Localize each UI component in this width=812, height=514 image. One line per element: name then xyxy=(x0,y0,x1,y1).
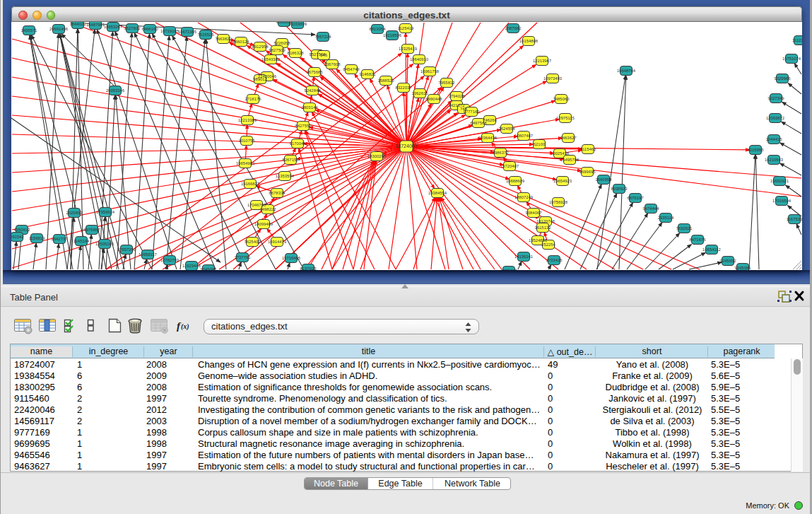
svg-text:8678334: 8678334 xyxy=(269,191,286,195)
svg-text:14099489: 14099489 xyxy=(254,222,273,226)
svg-text:10025438: 10025438 xyxy=(551,151,570,156)
svg-text:989012: 989012 xyxy=(253,77,267,81)
svg-text:9329966: 9329966 xyxy=(775,76,792,81)
svg-text:15495798: 15495798 xyxy=(560,158,579,162)
svg-text:2935114: 2935114 xyxy=(658,216,674,220)
svg-text:4350612: 4350612 xyxy=(14,228,30,232)
svg-text:1737791: 1737791 xyxy=(235,255,251,259)
svg-text:8660124: 8660124 xyxy=(233,40,250,44)
svg-text:19384554: 19384554 xyxy=(428,191,447,195)
svg-text:9699695: 9699695 xyxy=(579,170,596,174)
svg-text:11923448: 11923448 xyxy=(182,264,201,268)
svg-text:1405571: 1405571 xyxy=(21,28,37,33)
svg-text:7663822: 7663822 xyxy=(216,37,232,41)
svg-text:1362615: 1362615 xyxy=(412,91,429,95)
svg-text:16033809: 16033809 xyxy=(288,22,307,26)
svg-text:9827509: 9827509 xyxy=(269,48,286,52)
svg-text:7515526: 7515526 xyxy=(198,33,215,37)
svg-text:6466160: 6466160 xyxy=(142,27,159,31)
svg-text:1615132: 1615132 xyxy=(535,226,551,230)
svg-text:18640910: 18640910 xyxy=(410,57,429,62)
svg-text:7955812: 7955812 xyxy=(439,81,455,85)
svg-text:9777169: 9777169 xyxy=(464,110,480,114)
svg-text:2020653: 2020653 xyxy=(66,211,83,215)
svg-text:10973493: 10973493 xyxy=(543,76,563,81)
svg-text:14136141: 14136141 xyxy=(514,255,533,259)
svg-text:8322037: 8322037 xyxy=(396,86,412,90)
svg-text:9245652: 9245652 xyxy=(720,259,736,263)
svg-text:16914479: 16914479 xyxy=(268,240,286,244)
svg-text:6853467: 6853467 xyxy=(501,269,517,270)
svg-text:7857224: 7857224 xyxy=(315,35,332,39)
svg-text:16961758: 16961758 xyxy=(420,69,440,74)
svg-text:2803144: 2803144 xyxy=(302,105,319,110)
svg-text:15720407: 15720407 xyxy=(500,164,519,168)
svg-text:9242848: 9242848 xyxy=(305,88,322,93)
svg-text:17359924: 17359924 xyxy=(96,210,115,214)
svg-text:7485063: 7485063 xyxy=(553,97,570,101)
svg-text:18807249: 18807249 xyxy=(514,195,533,199)
svg-text:19654983: 19654983 xyxy=(236,161,255,165)
svg-text:16782759: 16782759 xyxy=(160,258,179,262)
svg-text:15716485: 15716485 xyxy=(282,256,301,260)
svg-text:8454749: 8454749 xyxy=(343,67,360,71)
svg-text:9227349: 9227349 xyxy=(768,96,784,100)
svg-text:9146821: 9146821 xyxy=(360,72,376,76)
svg-text:8813054: 8813054 xyxy=(370,27,387,31)
svg-text:20691406: 20691406 xyxy=(49,27,69,31)
svg-text:10688609: 10688609 xyxy=(506,179,524,183)
svg-text:10653267: 10653267 xyxy=(104,25,122,29)
svg-text:1527602: 1527602 xyxy=(124,26,141,30)
svg-text:252254: 252254 xyxy=(541,243,555,247)
svg-text:2087682: 2087682 xyxy=(505,26,522,30)
svg-text:12213389: 12213389 xyxy=(238,118,257,122)
svg-text:20053346: 20053346 xyxy=(106,88,125,93)
svg-text:1125419: 1125419 xyxy=(398,26,414,30)
svg-text:(x): (x) xyxy=(181,322,189,331)
svg-text:8215955: 8215955 xyxy=(748,148,765,152)
svg-text:18300295: 18300295 xyxy=(367,154,387,158)
svg-text:1156819: 1156819 xyxy=(29,236,45,240)
svg-text:17016504: 17016504 xyxy=(772,199,792,203)
svg-text:12505185: 12505185 xyxy=(95,242,114,246)
svg-text:1588520: 1588520 xyxy=(378,78,395,83)
svg-text:9463627: 9463627 xyxy=(560,136,577,140)
svg-text:8938923: 8938923 xyxy=(611,187,628,191)
svg-text:746266: 746266 xyxy=(483,118,497,122)
svg-text:16543382: 16543382 xyxy=(261,57,280,62)
svg-text:5226058: 5226058 xyxy=(274,41,291,45)
svg-text:12093872: 12093872 xyxy=(766,116,784,120)
svg-text:19654923: 19654923 xyxy=(553,179,572,183)
svg-text:19166827: 19166827 xyxy=(241,182,259,186)
svg-text:9115460: 9115460 xyxy=(580,147,596,151)
svg-text:16671385: 16671385 xyxy=(178,30,197,34)
svg-text:10958117: 10958117 xyxy=(139,252,157,257)
svg-text:1112345: 1112345 xyxy=(792,38,802,42)
svg-text:9474444: 9474444 xyxy=(643,206,660,211)
svg-text:1640954: 1640954 xyxy=(596,177,613,182)
svg-text:9975887: 9975887 xyxy=(84,228,100,232)
svg-text:1244415: 1244415 xyxy=(766,137,783,141)
svg-text:1733426: 1733426 xyxy=(546,258,563,262)
svg-text:16210643: 16210643 xyxy=(765,158,784,162)
svg-text:9084067: 9084067 xyxy=(526,211,542,215)
svg-text:3498222: 3498222 xyxy=(260,207,276,211)
svg-text:10654112: 10654112 xyxy=(702,247,721,252)
svg-text:546: 546 xyxy=(320,53,328,57)
svg-text:16120746: 16120746 xyxy=(536,219,555,223)
svg-text:8990448: 8990448 xyxy=(426,97,443,101)
svg-text:10719185: 10719185 xyxy=(160,29,180,33)
svg-text:20364436: 20364436 xyxy=(478,136,498,140)
svg-text:8427552: 8427552 xyxy=(295,124,312,128)
svg-text:8912954: 8912954 xyxy=(252,45,269,49)
svg-text:12975115: 12975115 xyxy=(556,116,575,120)
svg-text:16648784: 16648784 xyxy=(617,69,636,73)
svg-text:12213967: 12213967 xyxy=(533,59,551,63)
svg-text:17957253: 17957253 xyxy=(117,247,136,252)
svg-text:7632621: 7632621 xyxy=(676,226,693,230)
svg-text:1794028: 1794028 xyxy=(449,94,466,98)
svg-text:1844021: 1844021 xyxy=(70,22,86,26)
svg-text:9245081: 9245081 xyxy=(201,267,217,270)
svg-text:62100: 62100 xyxy=(534,142,546,146)
svg-text:3624554: 3624554 xyxy=(499,127,516,131)
